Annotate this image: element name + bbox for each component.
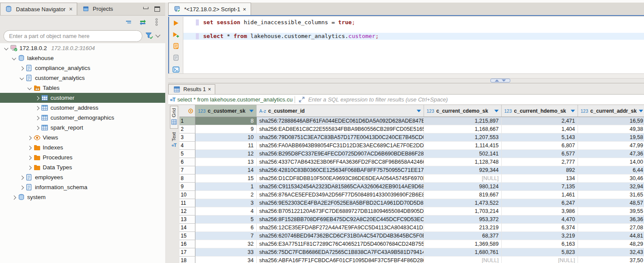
editor-horizontal-scrollbar[interactable] xyxy=(168,73,644,79)
column-menu-arrow-icon[interactable] xyxy=(417,110,421,112)
grid-cell[interactable]: 6,577 xyxy=(502,150,578,158)
grid-cell[interactable]: sha256:B705122120A673FC7DE6889727DB11809… xyxy=(257,207,424,215)
grid-cell[interactable]: 11 xyxy=(195,142,257,150)
row-header[interactable]: 8 xyxy=(179,174,195,183)
grid-cell[interactable]: 14,00 xyxy=(578,158,644,166)
row-header[interactable]: 15 xyxy=(179,232,195,240)
grid-cell[interactable]: 39,55 xyxy=(578,207,644,215)
code-line-2[interactable] xyxy=(183,26,644,33)
grid-cell[interactable]: sha256:79D08751C3EA7C83BA57D177E00413D0C… xyxy=(257,133,424,142)
grid-cell[interactable]: 2,471 xyxy=(502,117,578,125)
minimize-icon[interactable] xyxy=(143,7,148,9)
grid-cell[interactable]: sha256:8F1528BB708DF69EB475DC92A8C20EC44… xyxy=(257,215,424,224)
active-query-label[interactable]: select * from lakehouse.customer_analyti… xyxy=(177,96,292,103)
grid-cell[interactable]: 1,461 xyxy=(502,191,578,199)
grid-cell[interactable]: sha256:12CE35EFDABF272A4A47E9FA9CC5D4113… xyxy=(257,224,424,232)
grid-cell[interactable]: 30,46 xyxy=(578,174,644,183)
grid-cell[interactable]: 13 xyxy=(195,158,257,166)
tree-item-information-schema[interactable]: information_schema xyxy=(0,182,165,192)
grid-cell[interactable]: 4 xyxy=(195,207,257,215)
column-header-c_current_hdemo_sk[interactable]: 123c_current_hdemo_sk xyxy=(502,105,578,117)
close-icon[interactable]: × xyxy=(69,6,72,13)
link-with-editor-icon[interactable] xyxy=(138,18,147,26)
tree-item-system[interactable]: system xyxy=(0,192,165,202)
grid-cell[interactable]: 10 xyxy=(195,133,257,142)
collapse-down-icon[interactable] xyxy=(502,79,506,82)
grid-cell[interactable]: 6,44 xyxy=(578,166,644,174)
grid-cell[interactable]: 1,369,589 xyxy=(424,240,502,248)
column-header-c_customer_id[interactable]: A-zc_customer_id xyxy=(257,105,424,117)
column-menu-arrow-icon[interactable] xyxy=(249,110,254,112)
grid-cell[interactable]: sha256:EAD8E61C8C22E555834FBBA9B60556CB2… xyxy=(257,125,424,133)
row-header[interactable]: 5 xyxy=(179,150,195,158)
row-header[interactable]: 10 xyxy=(179,191,195,199)
grid-cell[interactable]: 5,143 xyxy=(502,133,578,142)
column-header-c_customer_sk[interactable]: 123c_customer_sk xyxy=(195,105,257,117)
tree-item-indexes[interactable]: Indexes xyxy=(0,143,165,152)
grid-cell[interactable]: 31,65 xyxy=(578,191,644,199)
grid-cell[interactable]: 48,29 xyxy=(578,240,644,248)
grid-cell[interactable]: 1,703,214 xyxy=(424,207,502,215)
grid-cell[interactable]: [NULL] xyxy=(424,174,502,183)
grid-cell[interactable]: 1,404 xyxy=(502,125,578,133)
grid-cell[interactable]: sha256:ABFA16F7F1FCBDCA6F01CF1095D84F37C… xyxy=(257,257,424,263)
filter-funnel-icon[interactable] xyxy=(145,32,154,40)
collapse-all-icon[interactable] xyxy=(125,18,133,26)
grid-cell[interactable]: 953,372 xyxy=(424,215,502,224)
grid-cell[interactable]: 1,680,761 xyxy=(424,248,502,257)
sql-editor-text-area[interactable]: set session hide_inaccessible_columns = … xyxy=(183,17,644,73)
grid-cell[interactable]: sha256:876ACE5EFED349A2D56F77D5084891433… xyxy=(257,191,424,199)
close-icon[interactable]: × xyxy=(208,86,211,92)
row-header[interactable]: 12 xyxy=(179,207,195,215)
tree-item-data-types[interactable]: Data Types xyxy=(0,162,165,172)
grid-cell[interactable]: sha256:620746BED947362BCD6CF31B0A4C547DD… xyxy=(257,232,424,240)
row-header[interactable]: 3 xyxy=(179,133,195,142)
row-header[interactable]: 14 xyxy=(179,224,195,232)
grid-cell[interactable]: 16,59 xyxy=(578,117,644,125)
row-header[interactable]: 6 xyxy=(179,158,195,166)
grid-cell[interactable]: sha256:FA0ABB6943B98054FC31D12D3E3AEC689… xyxy=(257,142,424,150)
row-header[interactable]: 13 xyxy=(179,215,195,224)
grid-cell[interactable]: 1,168,667 xyxy=(424,125,502,133)
tab-projects[interactable]: Projects xyxy=(77,3,117,15)
editor-results-sash[interactable] xyxy=(168,79,644,83)
grid-cell[interactable]: 48,57 xyxy=(578,199,644,207)
row-header[interactable]: 17 xyxy=(179,248,195,257)
grid-cell[interactable]: 6,374 xyxy=(502,224,578,232)
grid-corner-cell[interactable] xyxy=(179,105,195,117)
grid-cell[interactable]: sha256:B295D8FC337E9E4FECD0725D907ACD6B6… xyxy=(257,150,424,158)
grid-cell[interactable]: 1,128,748 xyxy=(424,158,502,166)
grid-cell[interactable]: 8 xyxy=(195,117,257,125)
row-header[interactable]: 4 xyxy=(179,142,195,150)
grid-cell[interactable]: 6,163 xyxy=(502,240,578,248)
maximize-icon[interactable] xyxy=(154,6,160,12)
grid-cell[interactable]: 2 xyxy=(195,191,257,199)
grid-cell[interactable]: 47,99 xyxy=(578,142,644,150)
grid-cell[interactable]: 32,94 xyxy=(578,183,644,191)
open-sql-console-icon[interactable] xyxy=(172,66,180,73)
tab-sql-script[interactable]: *<172.18.0.2> Script-1 × xyxy=(168,3,251,15)
grid-cell[interactable]: 32,43 xyxy=(578,248,644,257)
grid-cell[interactable]: 37,50 xyxy=(578,257,644,263)
view-menu-icon[interactable] xyxy=(152,18,161,26)
grid-cell[interactable]: sha256:9E52303CE4FBA2E2F0525E8A5BFBD2C1A… xyxy=(257,199,424,207)
tree-item-172-18-0-2[interactable]: 172.18.0.2172.18.0.2:31604 xyxy=(0,43,165,53)
grid-cell[interactable]: 1,215,897 xyxy=(424,117,502,125)
grid-cell[interactable]: 6,807 xyxy=(502,142,578,150)
execute-script-icon[interactable] xyxy=(172,43,180,51)
execute-script-secondary-icon[interactable] xyxy=(172,54,180,62)
grid-cell[interactable]: sha256:E3A77511F81C7289C76C4065217D5D406… xyxy=(257,240,424,248)
object-filter-input[interactable] xyxy=(3,30,142,42)
grid-cell[interactable]: 15 xyxy=(195,174,257,183)
tree-item-customer-demographics[interactable]: customer_demographics xyxy=(0,113,165,123)
grid-cell[interactable]: 7,135 xyxy=(502,183,578,191)
grid-cell[interactable]: 2,777 xyxy=(502,158,578,166)
grid-cell[interactable]: sha256:75DC7FCB6686EDA72565C1B838CA7FC43… xyxy=(257,248,424,257)
grid-cell[interactable]: 6 xyxy=(195,224,257,232)
column-header-c_current_cdemo_sk[interactable]: 123c_current_cdemo_sk xyxy=(424,105,502,117)
results-filter-input[interactable]: Enter a SQL expression to filter results… xyxy=(308,96,448,103)
row-header[interactable]: 7 xyxy=(179,166,195,174)
grid-cell[interactable]: 1,207,553 xyxy=(424,133,502,142)
tree-item-employees[interactable]: employees xyxy=(0,172,165,182)
grid-cell[interactable]: 14 xyxy=(195,166,257,174)
